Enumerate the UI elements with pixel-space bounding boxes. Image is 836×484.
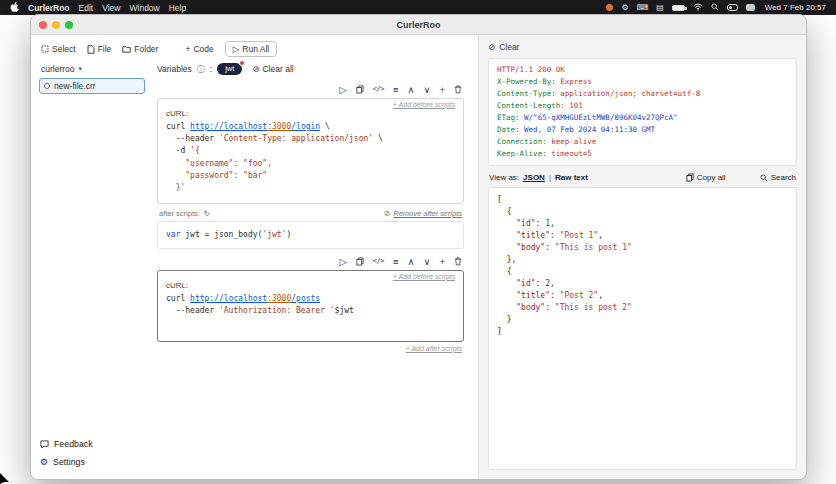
folder-label: Folder	[134, 44, 158, 54]
menu-item-window[interactable]: Window	[130, 3, 160, 13]
keyboard-icon[interactable]: ⌨	[637, 3, 649, 12]
copy-block-icon[interactable]	[356, 85, 364, 94]
remove-after-scripts-link[interactable]: ⊘ Remove after scripts	[384, 209, 462, 218]
menu-item-help[interactable]: Help	[169, 3, 186, 13]
search-button[interactable]: Search	[760, 173, 796, 182]
after-script-editor[interactable]: var jwt = json_body('jwt')	[157, 221, 464, 249]
add-after-scripts-link[interactable]: + Add after scripts	[157, 342, 464, 352]
search-label: Search	[771, 173, 796, 182]
trash-icon[interactable]	[454, 257, 462, 266]
response-header-line: Content-Type: application/json; charset=…	[497, 88, 788, 100]
control-center-icon[interactable]	[727, 4, 738, 11]
copy-all-button[interactable]: Copy all	[686, 173, 726, 182]
format-icon[interactable]: ≡	[393, 257, 399, 267]
folder-button[interactable]: Folder	[122, 44, 158, 54]
run-all-button[interactable]: ▷ Run All	[225, 41, 277, 57]
select-button[interactable]: Select	[41, 44, 76, 54]
curl-editor-card-selected[interactable]: + Add before scripts cURL: curl http://l…	[157, 270, 464, 342]
menu-status-area: ⚙ ⌨ ▤ Wed 7 Feb 20:57	[606, 3, 826, 13]
request-block-2: ▷ </> ≡ ∧ ∨ +	[157, 254, 464, 352]
wifi-icon[interactable]	[693, 3, 703, 13]
run-block-icon[interactable]: ▷	[339, 85, 346, 95]
move-down-icon[interactable]: ∨	[423, 85, 430, 95]
folder-icon	[122, 45, 131, 53]
add-before-scripts-link[interactable]: + Add before scripts	[166, 101, 455, 108]
response-header-line: Date: Wed, 07 Feb 2024 04:11:30 GMT	[497, 124, 788, 136]
request-block-1: ▷ </> ≡ ∧ ∨ +	[157, 82, 464, 249]
format-icon[interactable]: ≡	[393, 85, 399, 95]
info-icon[interactable]: ⓘ	[197, 64, 205, 75]
refresh-icon[interactable]: ↻	[204, 209, 210, 218]
file-name: new-file.crr	[54, 81, 96, 91]
after-script-code[interactable]: var jwt = json_body('jwt')	[166, 229, 455, 241]
variable-chip-jwt[interactable]: jwt	[217, 63, 242, 75]
add-code-button[interactable]: + Code	[185, 44, 213, 54]
title-bar[interactable]: CurlerRoo	[31, 15, 806, 35]
feedback-button[interactable]: Feedback	[39, 435, 145, 453]
zoom-button[interactable]	[65, 21, 73, 29]
curl-code-editor[interactable]: curl http://localhost:3000/login \ --hea…	[166, 121, 455, 195]
menu-app-name[interactable]: CurlerRoo	[28, 3, 70, 13]
apple-menu[interactable]	[10, 2, 19, 14]
response-header-line: HTTP/1.1 200 OK	[497, 64, 788, 76]
tree-folder-curlerroo[interactable]: curlerroo ▾	[39, 62, 145, 76]
after-scripts-label: after scripts:	[159, 209, 200, 218]
response-panel: ⊘ Clear HTTP/1.1 200 OKX-Powered-By: Exp…	[478, 35, 806, 479]
code-line: {	[497, 266, 788, 278]
play-icon: ▷	[233, 44, 240, 54]
run-block-icon[interactable]: ▷	[339, 257, 346, 267]
settings-button[interactable]: ⚙ Settings	[39, 453, 145, 471]
view-as-label: View as:	[489, 173, 519, 182]
response-header-line: X-Powered-By: Express	[497, 76, 788, 88]
clear-response-label: Clear	[499, 42, 519, 52]
add-block-icon[interactable]: +	[439, 85, 445, 95]
clear-icon: ⊘	[252, 64, 259, 74]
clear-all-label: Clear all	[262, 64, 293, 74]
add-block-icon[interactable]: +	[439, 257, 445, 267]
menu-item-view[interactable]: View	[102, 3, 120, 13]
move-down-icon[interactable]: ∨	[423, 257, 430, 267]
code-line: "username": "foo",	[166, 158, 455, 170]
file-button[interactable]: File	[87, 44, 112, 54]
clear-all-variables-button[interactable]: ⊘ Clear all	[252, 64, 293, 74]
curl-editor-card[interactable]: + Add before scripts cURL: curl http://l…	[157, 98, 464, 204]
copy-all-label: Copy all	[697, 173, 726, 182]
response-header-line: Connection: keep-alive	[497, 136, 788, 148]
tab-raw-text[interactable]: Raw text	[555, 173, 588, 182]
battery-icon[interactable]	[672, 5, 685, 11]
search-icon[interactable]	[711, 3, 719, 13]
code-line: "body": "This is post 2"	[497, 302, 788, 314]
move-up-icon[interactable]: ∧	[408, 85, 415, 95]
code-line: }	[497, 314, 788, 326]
move-up-icon[interactable]: ∧	[408, 257, 415, 267]
file-tree-sidebar: curlerroo ▾ new-file.crr Feedback ⚙ S	[31, 60, 151, 479]
code-line: "id": 1,	[497, 218, 788, 230]
code-view-icon[interactable]: </>	[373, 258, 384, 265]
close-button[interactable]	[39, 21, 47, 29]
copy-icon	[686, 173, 694, 182]
copy-block-icon[interactable]	[356, 257, 364, 266]
add-before-scripts-link[interactable]: + Add before scripts	[166, 273, 455, 280]
gear-icon[interactable]: ⚙	[621, 3, 628, 12]
menu-clock[interactable]: Wed 7 Feb 20:57	[765, 3, 826, 12]
minimize-button[interactable]	[52, 21, 60, 29]
tab-json[interactable]: JSON	[523, 173, 545, 182]
search-icon	[760, 174, 768, 182]
screen-recording-icon[interactable]	[606, 4, 613, 11]
curl-code-editor[interactable]: curl http://localhost:3000/posts --heade…	[166, 293, 455, 318]
variables-colon: :	[210, 64, 212, 74]
window-body: Select File Folder + Code ▷ Run All	[31, 35, 806, 479]
editor-column: Variables ⓘ : jwt ⊘ Clear all	[151, 60, 478, 479]
display-icon[interactable]: ▤	[656, 3, 664, 12]
code-view-icon[interactable]: </>	[373, 86, 384, 93]
user-switch-icon[interactable]	[746, 4, 755, 11]
tree-file-new-file[interactable]: new-file.crr	[39, 78, 145, 94]
chevron-down-icon: ▾	[79, 65, 83, 73]
code-line: "body": "This is post 1"	[497, 242, 788, 254]
variables-label: Variables	[157, 64, 192, 74]
clear-response-button[interactable]: ⊘ Clear	[488, 41, 797, 58]
menu-bar: CurlerRoo Edit View Window Help ⚙ ⌨ ▤ We…	[0, 0, 836, 15]
trash-icon[interactable]	[454, 85, 462, 94]
response-headers: HTTP/1.1 200 OKX-Powered-By: ExpressCont…	[488, 58, 797, 166]
menu-item-edit[interactable]: Edit	[79, 3, 94, 13]
